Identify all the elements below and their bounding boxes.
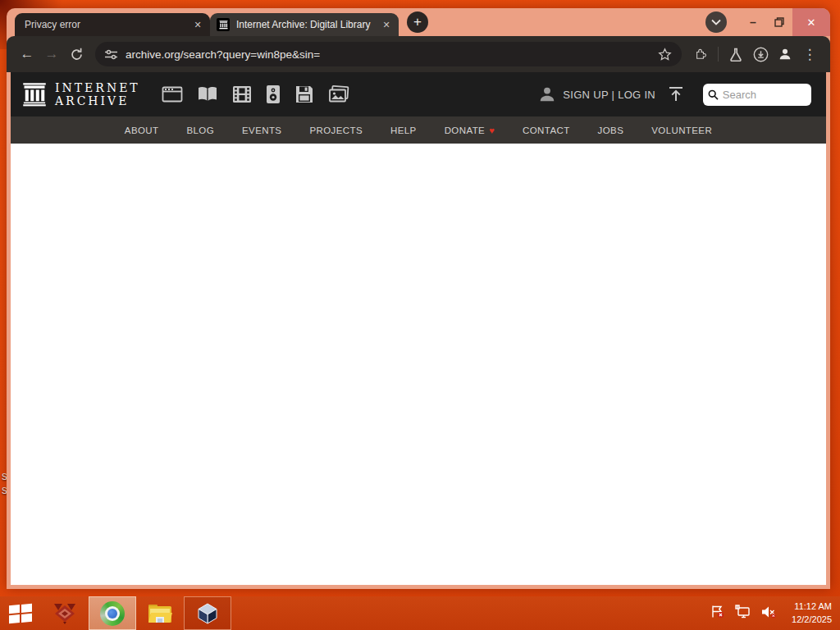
- chrome-browser-icon: [100, 601, 125, 626]
- file-explorer-icon: [147, 603, 173, 624]
- nav-help[interactable]: HELP: [390, 126, 417, 135]
- download-icon: [753, 47, 769, 62]
- profile-icon: [778, 47, 792, 62]
- nav-blog[interactable]: BLOG: [186, 126, 214, 135]
- action-center-flag-icon[interactable]: [710, 605, 724, 622]
- puzzle-icon: [694, 48, 708, 62]
- browser-toolbar: ← → archive.org/search?query=win8pe&sin=: [7, 36, 830, 72]
- video-icon[interactable]: [232, 85, 252, 103]
- back-button[interactable]: ←: [15, 42, 39, 66]
- media-type-icons: [162, 84, 349, 104]
- volume-muted-icon[interactable]: [761, 605, 776, 622]
- tab-internet-archive[interactable]: Internet Archive: Digital Library ✕: [210, 13, 399, 36]
- archive-header: INTERNET ARCHIVE: [11, 72, 826, 116]
- taskbar-virtualbox[interactable]: [184, 596, 231, 630]
- maximize-button[interactable]: [766, 10, 792, 34]
- taskbar-file-explorer[interactable]: [136, 596, 184, 630]
- archive-wordmark: INTERNET ARCHIVE: [55, 81, 140, 107]
- close-tab-icon[interactable]: ✕: [379, 17, 394, 32]
- header-right: SIGN UP | LOG IN: [538, 84, 811, 106]
- nav-donate-label: DONATE: [445, 126, 485, 135]
- software-icon[interactable]: [294, 84, 314, 104]
- bookmark-star-icon[interactable]: [652, 42, 677, 66]
- web-icon[interactable]: [162, 85, 183, 103]
- restore-icon: [774, 17, 784, 27]
- archive-temple-icon: [22, 82, 47, 107]
- minimize-button[interactable]: –: [740, 10, 766, 34]
- nav-projects[interactable]: PROJECTS: [309, 126, 363, 135]
- browser-window: Privacy error ✕ Internet Archive: Digita…: [7, 8, 830, 589]
- search-results-area: [11, 144, 826, 585]
- clock-time: 11:12 AM: [794, 600, 832, 614]
- window-controls: – ✕: [705, 8, 830, 36]
- nav-volunteer[interactable]: VOLUNTEER: [651, 126, 712, 135]
- extensions-button[interactable]: [688, 42, 713, 66]
- windows-logo-icon: [9, 603, 32, 623]
- close-tab-icon[interactable]: ✕: [190, 17, 205, 32]
- chevron-down-icon: [711, 19, 721, 25]
- texts-icon[interactable]: [197, 85, 218, 103]
- archive-nav: ABOUT BLOG EVENTS PROJECTS HELP DONATE ♥…: [11, 116, 826, 144]
- tab-title: Internet Archive: Digital Library: [236, 19, 374, 30]
- search-input[interactable]: [723, 89, 806, 101]
- close-window-button[interactable]: ✕: [792, 8, 830, 36]
- reload-icon: [70, 48, 84, 62]
- experiments-button[interactable]: [724, 42, 748, 66]
- tab-title: Privacy error: [25, 19, 185, 30]
- forward-button[interactable]: →: [39, 42, 64, 66]
- internet-archive-logo[interactable]: INTERNET ARCHIVE: [22, 81, 140, 107]
- heart-icon: ♥: [489, 126, 495, 135]
- taskbar: 11:12 AM 12/2/2025: [0, 596, 840, 630]
- tab-strip: Privacy error ✕ Internet Archive: Digita…: [7, 8, 830, 36]
- clock-date: 12/2/2025: [792, 614, 832, 627]
- person-icon: [538, 85, 556, 103]
- nav-donate[interactable]: DONATE ♥: [445, 126, 495, 135]
- nav-contact[interactable]: CONTACT: [523, 126, 570, 135]
- internet-archive-favicon: [217, 18, 230, 31]
- browser-menu-button[interactable]: ⋮: [797, 42, 822, 66]
- search-icon: [708, 89, 719, 101]
- tab-privacy-error[interactable]: Privacy error ✕: [15, 13, 210, 36]
- red-app-icon: [52, 602, 78, 625]
- taskbar-chrome-browser[interactable]: [89, 596, 136, 630]
- taskbar-red-app[interactable]: [41, 596, 89, 630]
- web-page: INTERNET ARCHIVE: [11, 72, 826, 585]
- system-tray: 11:12 AM 12/2/2025: [710, 596, 840, 630]
- downloads-button[interactable]: [748, 42, 773, 66]
- nav-events[interactable]: EVENTS: [242, 126, 281, 135]
- nav-jobs[interactable]: JOBS: [598, 126, 624, 135]
- url-text[interactable]: archive.org/search?query=win8pe&sin=: [126, 48, 320, 61]
- address-bar[interactable]: archive.org/search?query=win8pe&sin=: [95, 42, 682, 66]
- start-button[interactable]: [0, 596, 41, 630]
- reload-button[interactable]: [64, 42, 89, 66]
- new-tab-button[interactable]: +: [407, 11, 428, 33]
- site-settings-icon: [105, 49, 117, 60]
- taskbar-clock[interactable]: 11:12 AM 12/2/2025: [792, 600, 832, 627]
- flask-icon: [729, 48, 742, 62]
- signup-login-link[interactable]: SIGN UP | LOG IN: [563, 89, 655, 101]
- profile-button[interactable]: [773, 42, 797, 66]
- toolbar-divider: [718, 47, 719, 62]
- nav-about[interactable]: ABOUT: [125, 126, 159, 135]
- audio-icon[interactable]: [266, 84, 281, 104]
- upload-icon[interactable]: [667, 86, 685, 103]
- site-search[interactable]: [703, 84, 811, 106]
- tab-search-button[interactable]: [705, 11, 727, 33]
- images-icon[interactable]: [328, 85, 349, 103]
- network-icon[interactable]: [735, 605, 751, 622]
- virtualbox-icon: [196, 602, 219, 625]
